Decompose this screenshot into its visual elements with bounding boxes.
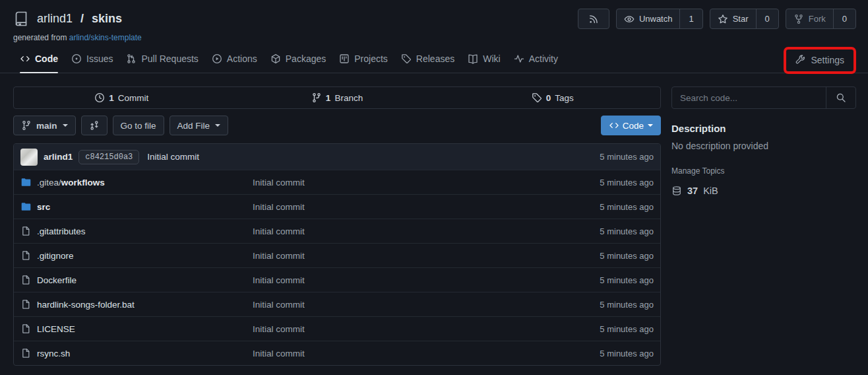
file-commit-time: 5 minutes ago xyxy=(600,202,654,212)
description-heading: Description xyxy=(671,123,856,134)
repo-size-value: 37 xyxy=(687,186,698,196)
star-label: Star xyxy=(733,14,749,24)
tab-issues[interactable]: Issues xyxy=(65,46,119,73)
tab-label: Wiki xyxy=(483,53,500,64)
description-text: No description provided xyxy=(671,141,856,151)
history-clock-icon xyxy=(94,92,105,103)
commit-hash-link[interactable]: c84215d0a3 xyxy=(78,150,139,164)
folder-icon xyxy=(20,177,31,188)
file-commit-time: 5 minutes ago xyxy=(600,275,654,285)
repo-size: 37 KiB xyxy=(671,186,856,196)
fork-count[interactable]: 0 xyxy=(833,9,855,28)
fork-button-group: Fork 0 xyxy=(786,9,856,29)
tab-code[interactable]: Code xyxy=(13,46,65,73)
rss-icon xyxy=(588,14,599,24)
tags-stat[interactable]: 0 Tags xyxy=(445,92,660,103)
file-name-link[interactable]: hardlink-songs-folder.bat xyxy=(20,299,253,310)
rss-button[interactable] xyxy=(578,9,609,29)
manage-topics-link[interactable]: Manage Topics xyxy=(671,166,856,176)
tab-packages[interactable]: Packages xyxy=(264,46,332,73)
file-commit-message-link[interactable]: Initial commit xyxy=(253,226,600,236)
unwatch-button[interactable]: Unwatch xyxy=(617,9,680,28)
tab-actions[interactable]: Actions xyxy=(205,46,264,73)
tab-settings[interactable]: Settings xyxy=(790,50,850,71)
play-circle-icon xyxy=(212,53,222,64)
file-commit-message-link[interactable]: Initial commit xyxy=(253,178,600,188)
file-commit-message-link[interactable]: Initial commit xyxy=(253,275,600,285)
watch-button-group: Unwatch 1 xyxy=(616,9,703,29)
file-name-link[interactable]: rsync.sh xyxy=(20,348,253,358)
commit-time: 5 minutes ago xyxy=(600,152,654,162)
repo-book-icon xyxy=(13,11,30,27)
star-button[interactable]: Star xyxy=(710,9,756,28)
commits-stat[interactable]: 1 Commit xyxy=(14,92,230,103)
generated-from-link[interactable]: arlind/skins-template xyxy=(69,33,142,42)
repo-header: arlind1 / skins Unwatch 1 Star xyxy=(0,0,868,29)
file-name: LICENSE xyxy=(37,324,75,334)
search-input[interactable] xyxy=(672,87,826,108)
file-name-link[interactable]: Dockerfile xyxy=(20,275,253,285)
repo-owner-link[interactable]: arlind1 xyxy=(37,12,73,26)
file-name-link[interactable]: src xyxy=(20,201,253,212)
file-name-link[interactable]: .gitattributes xyxy=(20,226,253,236)
search-icon xyxy=(836,92,846,103)
table-row: hardlink-songs-folder.bat Initial commit… xyxy=(14,292,660,316)
commit-author-link[interactable]: arlind1 xyxy=(44,152,73,162)
repo-column: 1 Commit 1 Branch 0 Tags xyxy=(13,86,661,366)
settings-highlight-annotation: Settings xyxy=(784,47,856,74)
file-commit-message-link[interactable]: Initial commit xyxy=(253,349,600,358)
star-count[interactable]: 0 xyxy=(756,9,778,28)
table-row: src Initial commit 5 minutes ago xyxy=(14,194,660,219)
wrench-icon xyxy=(795,55,806,65)
tab-releases[interactable]: Releases xyxy=(394,46,461,73)
add-file-dropdown[interactable]: Add File xyxy=(170,116,229,135)
avatar[interactable] xyxy=(20,149,38,166)
file-name-link[interactable]: .gitea/workflows xyxy=(20,177,253,188)
file-name-link[interactable]: .gitignore xyxy=(20,250,253,261)
commit-message-link[interactable]: Initial commit xyxy=(147,152,199,162)
tag-icon xyxy=(532,92,542,103)
go-to-file-button[interactable]: Go to file xyxy=(113,116,164,135)
file-commit-message-link[interactable]: Initial commit xyxy=(253,251,600,261)
file-commit-message-link[interactable]: Initial commit xyxy=(253,202,600,212)
file-commit-time: 5 minutes ago xyxy=(600,251,654,261)
tab-pull-requests[interactable]: Pull Requests xyxy=(119,46,204,73)
watch-count[interactable]: 1 xyxy=(679,9,702,28)
tag-count: 0 xyxy=(546,93,551,103)
compare-button[interactable] xyxy=(81,116,108,135)
tab-wiki[interactable]: Wiki xyxy=(461,46,507,73)
file-icon xyxy=(20,275,31,285)
repo-title: arlind1 / skins xyxy=(13,11,122,27)
file-name-link[interactable]: LICENSE xyxy=(20,324,253,334)
tab-label: Code xyxy=(35,53,58,64)
search-button[interactable] xyxy=(826,87,855,108)
package-cube-icon xyxy=(270,53,281,64)
branch-dropdown[interactable]: main xyxy=(13,116,76,135)
file-commit-message-link[interactable]: Initial commit xyxy=(253,300,600,310)
latest-commit-row: arlind1 c84215d0a3 Initial commit 5 minu… xyxy=(14,144,660,170)
repo-tabbar: Code Issues Pull Requests Actions Packag… xyxy=(0,46,868,73)
tab-projects[interactable]: Projects xyxy=(332,46,394,73)
code-icon xyxy=(20,53,30,64)
tag-stat-label: Tags xyxy=(555,93,574,103)
repo-toolbar: main Go to file Add File xyxy=(13,116,661,135)
tab-label: Activity xyxy=(529,53,558,64)
tag-icon xyxy=(401,53,412,64)
commit-stat-label: Commit xyxy=(118,93,149,103)
file-name: rsync.sh xyxy=(37,349,70,358)
tab-activity[interactable]: Activity xyxy=(507,46,565,73)
branches-stat[interactable]: 1 Branch xyxy=(230,92,445,103)
table-row: rsync.sh Initial commit 5 minutes ago xyxy=(14,341,660,365)
repo-size-unit: KiB xyxy=(703,186,718,196)
code-download-dropdown[interactable]: Code xyxy=(601,116,661,135)
tab-label: Releases xyxy=(416,53,454,64)
folder-icon xyxy=(20,201,31,212)
fork-button[interactable]: Fork xyxy=(786,9,833,28)
tab-label: Actions xyxy=(227,53,257,64)
file-commit-message-link[interactable]: Initial commit xyxy=(253,324,600,334)
repo-name-link[interactable]: skins xyxy=(92,12,122,26)
table-row: .gitignore Initial commit 5 minutes ago xyxy=(14,243,660,267)
go-to-file-label: Go to file xyxy=(113,116,164,135)
chevron-down-icon xyxy=(648,124,653,129)
pull-request-icon xyxy=(126,53,137,64)
